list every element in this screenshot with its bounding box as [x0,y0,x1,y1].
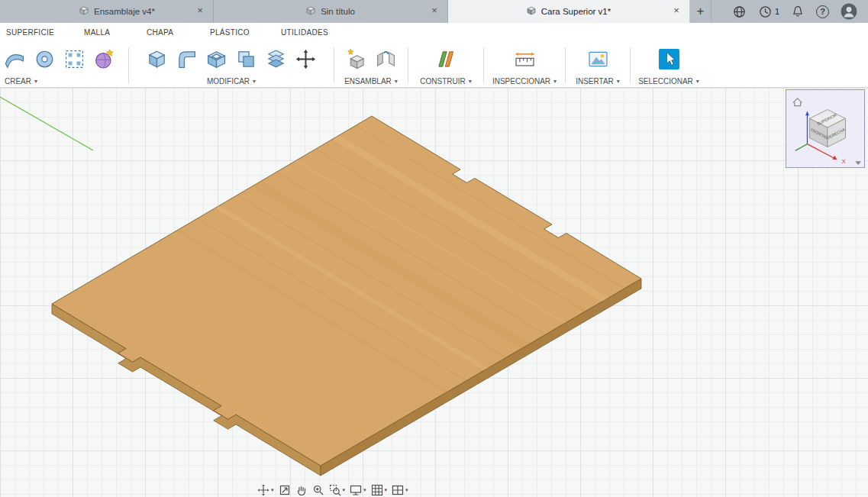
modificar-dropdown[interactable]: MODIFICAR ▾ [129,76,334,86]
toolbar-group-crear: CREAR ▾ [0,42,128,87]
create-form-icon[interactable] [92,47,116,71]
crear-dropdown[interactable]: CREAR ▾ [0,76,128,86]
navigation-bar: ▾ ▾ ▾ ▾ [257,482,408,497]
ribbon-tabbar: SUPERFICIE MALLA CHAPA PLÁSTICO UTILIDAD… [0,23,868,42]
notifications-bell-icon[interactable] [791,5,805,18]
tab-title: Cara Superior v1* [541,7,611,16]
main-toolbar: CREAR ▾ [0,42,868,88]
scene-graphics [0,88,868,497]
nav-zoom-icon[interactable] [312,484,324,496]
chevron-down-icon: ▾ [395,78,398,85]
extensions-globe-icon[interactable] [732,5,747,19]
split-body-icon[interactable] [264,47,289,71]
document-tabbar: Ensamblaje v4* × Sin título × Cara Super… [0,0,868,23]
toolbar-group-seleccionar: SELECCIONAR ▾ [631,42,707,87]
chevron-down-icon: ▾ [343,487,346,493]
viewcube-panel[interactable]: X SUPERIOR FRONTAL DERECHA [786,89,865,168]
extrude-icon[interactable] [2,47,27,71]
move-icon[interactable] [294,47,318,71]
measure-icon[interactable] [512,47,537,71]
inspeccionar-dropdown[interactable]: INSPECCIONAR ▾ [484,76,565,86]
pattern-icon[interactable] [62,47,86,71]
help-icon[interactable]: ? [816,5,829,18]
doc-tab-cara-superior[interactable]: Cara Superior v1* × [448,0,690,23]
ribbon-tab-superficie[interactable]: SUPERFICIE [6,28,84,37]
chevron-down-icon: ▾ [469,78,472,85]
close-icon[interactable]: × [429,5,440,15]
doc-tab-ensamblaje[interactable]: Ensamblaje v4* × [21,0,214,23]
toolbar-group-modificar: MODIFICAR ▾ [129,42,334,87]
fillet-icon[interactable] [175,47,199,71]
revolve-icon[interactable] [32,47,56,71]
tabbar-lead-space [0,0,21,23]
document-icon [79,6,89,17]
job-status-icon[interactable]: 1 [758,5,779,19]
nav-look-at-icon[interactable] [279,484,291,496]
toolbar-group-construir: CONSTRUIR ▾ [408,42,483,87]
fusion-window: Ensamblaje v4* × Sin título × Cara Super… [0,0,868,497]
document-icon [527,6,536,17]
chevron-down-icon: ▾ [405,487,408,493]
job-count-badge: 1 [775,7,779,16]
nav-fit-icon[interactable]: ▾ [329,484,346,496]
y-axis-line [0,97,93,150]
chevron-down-icon: ▾ [617,78,620,85]
select-icon[interactable] [657,47,681,71]
new-tab-button[interactable]: + [690,0,712,23]
tab-title: Ensamblaje v4* [94,7,155,16]
ribbon-tab-utilidades[interactable]: UTILIDADES [281,28,357,37]
nav-pan-icon[interactable] [295,484,308,496]
wood-panel-top-face[interactable] [52,116,641,466]
toolbar-group-insertar: INSERTAR ▾ [566,42,630,87]
seleccionar-dropdown[interactable]: SELECCIONAR ▾ [631,76,707,86]
document-icon [306,6,315,17]
x-axis-icon [807,144,834,159]
nav-display-settings-icon[interactable]: ▾ [350,484,366,496]
ribbon-tab-chapa[interactable]: CHAPA [147,28,210,37]
insert-image-icon[interactable] [586,47,610,71]
tabbar-right-icons: 1 ? [732,0,868,23]
nav-orbit-icon[interactable]: ▾ [257,484,274,496]
joint-icon[interactable] [374,47,399,71]
toolbar-group-ensamblar: ENSAMBLAR ▾ [334,42,408,87]
press-pull-icon[interactable] [145,47,169,71]
ensamblar-dropdown[interactable]: ENSAMBLAR ▾ [334,76,408,86]
home-icon[interactable] [793,98,802,106]
close-icon[interactable]: × [671,5,682,15]
chevron-down-icon: ▾ [363,487,366,493]
insertar-dropdown[interactable]: INSERTAR ▾ [566,76,630,86]
chevron-down-icon: ▾ [553,78,557,85]
chevron-down-icon: ▾ [34,78,37,85]
close-icon[interactable]: × [195,5,205,15]
z-axis-arrow [805,111,809,115]
viewport-canvas[interactable]: X SUPERIOR FRONTAL DERECHA ▾ [0,88,868,497]
y-axis-icon [795,144,808,151]
x-axis-label: X [842,158,847,165]
tab-title: Sin título [321,7,355,16]
doc-tab-sin-titulo[interactable]: Sin título × [214,0,448,23]
ribbon-tab-plastico[interactable]: PLÁSTICO [210,28,281,37]
chevron-down-icon: ▾ [385,487,388,493]
construir-dropdown[interactable]: CONSTRUIR ▾ [408,76,483,86]
toolbar-group-inspeccionar: INSPECCIONAR ▾ [484,42,565,87]
chevron-down-icon: ▾ [271,487,274,493]
combine-icon[interactable] [234,47,259,71]
construction-plane-icon[interactable] [434,47,458,71]
new-component-icon[interactable] [344,47,369,71]
ribbon-tab-malla[interactable]: MALLA [84,28,147,37]
nav-grid-settings-icon[interactable]: ▾ [371,484,388,496]
user-avatar[interactable] [841,3,857,20]
shell-icon[interactable] [205,47,229,71]
chevron-down-icon: ▾ [696,78,699,85]
chevron-down-icon: ▾ [253,78,256,85]
nav-viewports-icon[interactable]: ▾ [392,484,408,496]
viewcube-menu-arrow[interactable] [855,161,861,165]
